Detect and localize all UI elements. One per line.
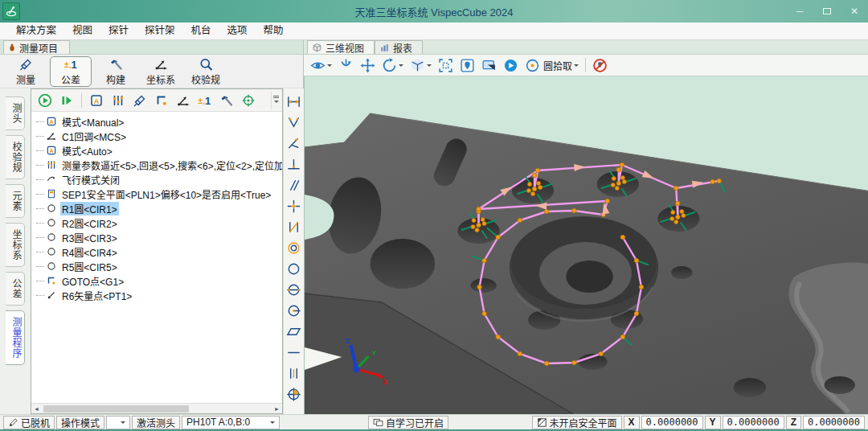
- fit-view-button[interactable]: [438, 58, 453, 73]
- goto-button[interactable]: [153, 92, 170, 109]
- position-button[interactable]: [240, 92, 257, 109]
- coordsys-button[interactable]: [174, 92, 192, 109]
- measure-button[interactable]: [131, 92, 149, 109]
- svg-text:±: ±: [199, 96, 203, 105]
- program-step-8[interactable]: R2圆<CIR2>: [31, 216, 282, 230]
- program-step-9[interactable]: R3圆<CIR3>: [31, 230, 282, 244]
- program-step-10[interactable]: R4圆<CIR4>: [31, 244, 282, 259]
- side-tab-probe[interactable]: 测头: [6, 96, 25, 130]
- run-program-button[interactable]: [36, 92, 54, 109]
- coordsys-button[interactable]: 坐标系: [140, 56, 182, 87]
- diameter-circle-icon[interactable]: [285, 279, 304, 300]
- mode-button[interactable]: A: [88, 92, 105, 109]
- scrollbar-thumb[interactable]: [43, 405, 189, 413]
- program-tree-panel: A±1 A模式<Manual>C1回调<MCS>A模式<Auto>测量参数逼近<…: [31, 88, 283, 414]
- gauge-icon: [7, 43, 17, 52]
- program-step-label: R1圆<CIR1>: [60, 202, 119, 216]
- program-step-3[interactable]: A模式<Auto>: [31, 143, 282, 158]
- menu-item-machine[interactable]: 机台: [183, 23, 219, 39]
- radius-circle-icon[interactable]: [285, 300, 304, 321]
- marker-button[interactable]: [460, 58, 475, 73]
- tab-measure-items-label: 测量项目: [19, 41, 58, 55]
- angle-between-icon[interactable]: [285, 112, 304, 133]
- menu-item-probe[interactable]: 探针: [100, 23, 137, 39]
- program-step-label: 模式<Manual>: [60, 115, 125, 129]
- step-run-button[interactable]: [58, 92, 76, 109]
- perpendicularity-icon[interactable]: [285, 154, 304, 174]
- program-step-5[interactable]: 飞行模式关闭: [31, 172, 282, 187]
- construct-button[interactable]: 构建: [95, 56, 137, 87]
- pan-view-button[interactable]: [360, 58, 375, 73]
- tab-view3d[interactable]: 三维视图: [307, 40, 375, 54]
- program-step-1[interactable]: A模式<Manual>: [31, 114, 282, 129]
- y-axis-label: Y: [705, 416, 721, 429]
- straightness-icon[interactable]: [285, 342, 304, 363]
- program-step-2[interactable]: C1回调<MCS>: [31, 129, 282, 143]
- view-toolbar: 圆拾取: [304, 55, 868, 76]
- parallelism-icon[interactable]: [285, 174, 304, 195]
- concentricity-icon[interactable]: [285, 237, 304, 258]
- side-tab-strip: 测头校验规元素坐标系公差测量程序: [0, 88, 31, 414]
- disable-pick-button[interactable]: [592, 58, 608, 73]
- program-step-12[interactable]: GOTO点<G1>: [31, 273, 282, 288]
- circularity-icon[interactable]: [285, 258, 304, 279]
- operation-mode-select[interactable]: [106, 416, 130, 429]
- distance-icon[interactable]: [285, 91, 304, 112]
- menu-item-view[interactable]: 视图: [64, 23, 100, 39]
- symmetry-icon[interactable]: [285, 363, 304, 384]
- tree-guide: [36, 179, 44, 180]
- menu-item-solutions[interactable]: 解决方案: [8, 23, 64, 39]
- simulate-button[interactable]: [503, 58, 518, 73]
- toolbar-overflow-button[interactable]: [271, 92, 280, 109]
- position-icon[interactable]: [285, 195, 304, 216]
- program-step-6[interactable]: SEP1安全平面<PLN1>偏移<10>是否启用<True>: [31, 187, 282, 201]
- measure-button[interactable]: 测量: [5, 56, 47, 87]
- tab-report[interactable]: 报表: [375, 40, 423, 54]
- view-tab-strip: 三维视图报表: [304, 40, 868, 55]
- flatness-icon[interactable]: [285, 321, 304, 342]
- gdt-toolbar: [283, 88, 304, 414]
- self-learning-status: 自学习已开启: [368, 416, 448, 429]
- program-step-13[interactable]: R6矢量点<PT1>: [31, 288, 282, 302]
- angle-point-icon[interactable]: [285, 133, 304, 154]
- left-tab-strip: 测量项目: [0, 40, 303, 55]
- tab-measure-items[interactable]: 测量项目: [3, 40, 70, 54]
- circle-pick-button[interactable]: 圆拾取: [525, 58, 579, 73]
- program-step-11[interactable]: R5圆<CIR5>: [31, 259, 282, 273]
- horizontal-scrollbar[interactable]: ◄ ►: [31, 403, 282, 413]
- construct-button[interactable]: [218, 92, 235, 109]
- flag-button[interactable]: [481, 58, 497, 73]
- side-tab-gauge[interactable]: 校验规: [6, 135, 25, 179]
- program-step-7[interactable]: R1圆<CIR1>: [31, 201, 282, 216]
- scroll-right-icon[interactable]: ►: [272, 406, 282, 412]
- side-tab-tolerance[interactable]: 公差: [6, 272, 25, 306]
- active-probe-select[interactable]: PH10T A:0,B:0: [182, 416, 280, 429]
- side-tab-elements[interactable]: 元素: [6, 184, 25, 218]
- main-toolbar: 测量±1公差构建坐标系校验规: [0, 55, 303, 88]
- viewport-3d[interactable]: .pp{stroke:#f19ced;stroke-width:2.4;stro…: [304, 76, 868, 414]
- operation-mode-label: 操作模式: [56, 416, 104, 429]
- true-position-icon[interactable]: [285, 384, 304, 404]
- rotate-view-button[interactable]: [338, 58, 354, 73]
- menu-item-help[interactable]: 帮助: [256, 23, 292, 39]
- scroll-left-icon[interactable]: ◄: [31, 406, 42, 412]
- program-step-label: R2圆<CIR2>: [60, 216, 119, 230]
- view-cube-button[interactable]: [410, 58, 432, 73]
- side-tab-program[interactable]: 测量程序: [6, 310, 25, 365]
- orbit-view-button[interactable]: [382, 58, 403, 73]
- left-panel: 测量项目 测量±1公差构建坐标系校验规 测头校验规元素坐标系公差测量程序 A±1…: [0, 40, 304, 414]
- tolerance-button[interactable]: ±1公差: [50, 56, 92, 87]
- view-options-button[interactable]: [310, 58, 332, 73]
- tree-guide: [36, 295, 44, 296]
- program-step-4[interactable]: 测量参数逼近<5>,回退<5>,搜索<6>,定位<2>,定位加<2>,测量: [31, 158, 282, 172]
- menu-item-probe-rack[interactable]: 探针架: [137, 23, 183, 39]
- measure-params-button[interactable]: [109, 92, 127, 109]
- tree-guide: [36, 194, 44, 195]
- tolerance-button[interactable]: ±1: [196, 92, 214, 109]
- angularity-icon[interactable]: [285, 216, 304, 237]
- side-tab-coordsys[interactable]: 坐标系: [6, 223, 25, 267]
- program-step-label: C1回调<MCS>: [60, 129, 128, 143]
- gauge-button[interactable]: 校验规: [185, 56, 227, 87]
- menu-item-options[interactable]: 选项: [219, 23, 256, 39]
- tree-guide: [36, 281, 44, 281]
